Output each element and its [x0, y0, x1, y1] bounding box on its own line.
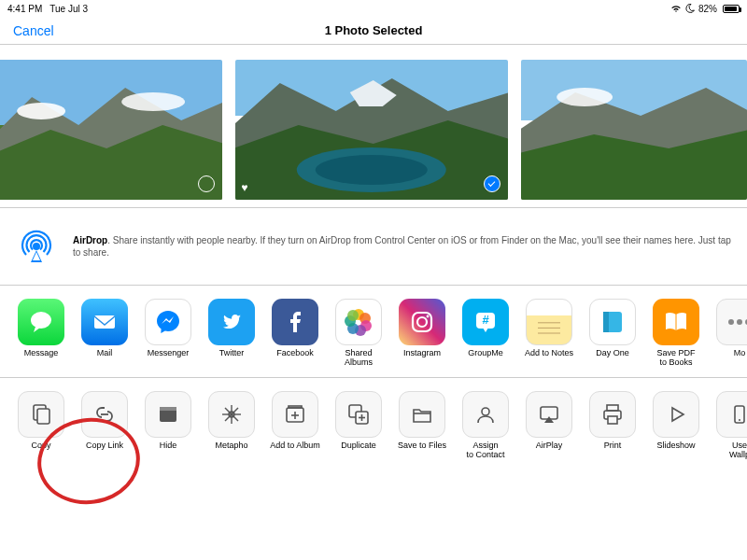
status-bar: 4:41 PM Tue Jul 3 82% [0, 0, 747, 17]
share-actions-row: Copy Copy Link Hide Metapho Add to Album… [0, 378, 747, 469]
action-add-to-album[interactable]: Add to Album [267, 391, 323, 460]
svg-text:#: # [482, 313, 489, 327]
groupme-icon: # [462, 299, 509, 345]
svg-marker-67 [672, 408, 684, 421]
app-label: Mo [734, 349, 746, 368]
svg-rect-40 [603, 312, 609, 332]
favorite-icon: ♥ [241, 181, 247, 194]
airdrop-icon [15, 225, 58, 268]
action-label: Hide [160, 441, 177, 460]
airplay-icon [526, 391, 572, 438]
battery-percent: 82% [698, 4, 717, 14]
action-copy[interactable]: Copy [13, 391, 69, 460]
svg-rect-53 [289, 406, 302, 408]
action-label: Duplicate [341, 441, 376, 460]
slideshow-icon [653, 391, 699, 438]
link-icon [81, 391, 128, 438]
action-label: Metapho [215, 441, 247, 460]
share-app-twitter[interactable]: Twitter [204, 299, 260, 368]
books-icon [653, 299, 699, 345]
action-metapho[interactable]: Metapho [204, 391, 260, 460]
action-assign-contact[interactable]: Assign to Contact [458, 391, 514, 460]
svg-rect-46 [160, 407, 176, 411]
airdrop-rest: . Share instantly with people nearby. If… [73, 235, 731, 258]
action-label: Copy [31, 441, 50, 460]
hide-icon [145, 391, 191, 438]
action-label: Slideshow [656, 441, 695, 460]
action-label: Save to Files [398, 441, 446, 460]
photo-thumbnail[interactable] [0, 60, 222, 200]
message-icon [18, 299, 64, 345]
status-date: Tue Jul 3 [49, 4, 88, 14]
messenger-icon [145, 299, 191, 345]
airdrop-section: AirDrop. Share instantly with people nea… [0, 207, 747, 286]
facebook-icon [272, 299, 318, 345]
action-hide[interactable]: Hide [140, 391, 196, 460]
action-save-to-files[interactable]: Save to Files [394, 391, 450, 460]
action-print[interactable]: Print [585, 391, 641, 460]
svg-marker-34 [483, 328, 488, 332]
airdrop-description: AirDrop. Share instantly with people nea… [73, 234, 732, 259]
svg-rect-21 [94, 315, 115, 329]
app-label: Message [24, 349, 59, 368]
share-app-dayone[interactable]: Day One [585, 299, 641, 368]
app-label: Add to Notes [525, 349, 573, 368]
action-label: Assign to Contact [466, 441, 504, 460]
page-title: 1 Photo Selected [325, 23, 423, 37]
action-label: Copy Link [86, 441, 123, 460]
svg-point-69 [739, 419, 740, 421]
share-app-shared-albums[interactable]: Shared Albums [331, 299, 387, 368]
share-app-more[interactable]: Mo [712, 299, 747, 368]
duplicate-icon [335, 391, 382, 438]
action-label: Add to Album [270, 441, 320, 460]
photo-thumbnail[interactable] [521, 60, 747, 200]
action-wallpaper[interactable]: Use Wallp [712, 391, 747, 460]
airdrop-bold: AirDrop [73, 235, 107, 245]
app-label: Instagram [403, 349, 441, 368]
app-label: Mail [97, 349, 113, 368]
action-label: Print [604, 441, 622, 460]
mail-icon [81, 299, 128, 345]
app-label: Shared Albums [331, 349, 387, 368]
svg-point-31 [417, 317, 427, 327]
add-album-icon [272, 391, 318, 438]
shared-albums-icon [335, 299, 382, 345]
share-app-books[interactable]: Save PDF to Books [648, 299, 704, 368]
svg-point-16 [33, 243, 40, 250]
cancel-button[interactable]: Cancel [13, 23, 54, 38]
svg-point-4 [17, 103, 65, 119]
contact-icon [462, 391, 509, 438]
svg-point-32 [427, 315, 430, 318]
share-app-notes[interactable]: Add to Notes [521, 299, 577, 368]
action-duplicate[interactable]: Duplicate [331, 391, 387, 460]
share-app-messenger[interactable]: Messenger [140, 299, 196, 368]
metapho-icon [208, 391, 255, 438]
twitter-icon [208, 299, 255, 345]
svg-rect-30 [413, 313, 431, 331]
share-sheet-header: Cancel 1 Photo Selected [0, 17, 747, 45]
action-slideshow[interactable]: Slideshow [648, 391, 704, 460]
share-app-message[interactable]: Message [13, 299, 69, 368]
photo-thumbnail[interactable]: ♥ [235, 60, 508, 200]
action-airplay[interactable]: AirPlay [521, 391, 577, 460]
share-apps-row: Message Mail Messenger Twitter Facebook … [0, 286, 747, 378]
share-app-instagram[interactable]: Instagram [394, 299, 450, 368]
app-label: Facebook [276, 349, 314, 368]
svg-rect-43 [37, 409, 49, 424]
share-app-mail[interactable]: Mail [77, 299, 133, 368]
svg-point-15 [557, 88, 613, 106]
selection-badge-checked[interactable] [484, 175, 500, 192]
wifi-icon [670, 5, 682, 13]
more-icon [716, 299, 747, 345]
action-label: Use Wallp [729, 441, 747, 460]
svg-rect-64 [607, 405, 618, 411]
app-label: Day One [596, 349, 629, 368]
notes-icon [526, 299, 572, 345]
action-copy-link[interactable]: Copy Link [77, 391, 133, 460]
files-icon [399, 391, 445, 438]
copy-icon [18, 391, 64, 438]
svg-marker-20 [34, 327, 40, 332]
share-app-groupme[interactable]: # GroupMe [458, 299, 514, 368]
svg-point-5 [121, 92, 185, 111]
share-app-facebook[interactable]: Facebook [267, 299, 323, 368]
